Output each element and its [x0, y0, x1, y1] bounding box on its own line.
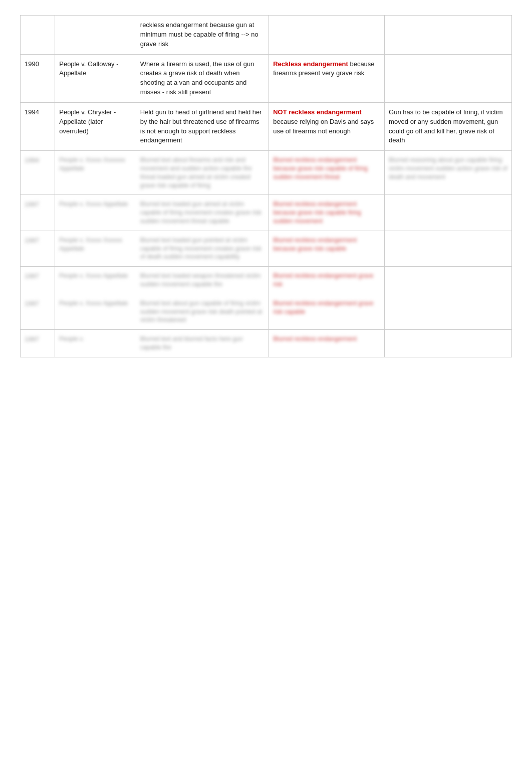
- facts-cell-4: Blurred text loaded gun aimed at victim …: [136, 195, 269, 231]
- holding-cell-0: [269, 16, 385, 55]
- reasoning-cell-4: [385, 195, 512, 231]
- case-cell-6: People v. Xxxxx Appellate: [55, 267, 136, 294]
- year-cell-0: [21, 16, 55, 55]
- case-cell-5: People v. Xxxxx Xxxxxx Appellate: [55, 231, 136, 266]
- table-row-6: 1997 People v. Xxxxx Appellate Blurred t…: [21, 267, 512, 294]
- reasoning-cell-3: Blurred reasoning about gun capable firi…: [385, 151, 512, 195]
- reasoning-cell-1: [385, 54, 512, 102]
- facts-cell-6: Blurred text loaded weapon threatened vi…: [136, 267, 269, 294]
- case-cell-7: People v. Xxxxx Appellate: [55, 294, 136, 329]
- holding-cell-3: Blurred reckless endangerment because gr…: [269, 151, 385, 195]
- holding-cell-2: NOT reckless endangerment because relyin…: [269, 102, 385, 150]
- year-cell-5: 1997: [21, 231, 55, 266]
- facts-cell-8: Blurred text and blurred facts here gun …: [136, 330, 269, 357]
- holding-cell-5: Blurred reckless endangerment because gr…: [269, 231, 385, 266]
- year-cell-3: 1994: [21, 151, 55, 195]
- reasoning-cell-5: [385, 231, 512, 266]
- holding-cell-1: Reckless endangerment because firearms p…: [269, 54, 385, 102]
- year-cell-6: 1997: [21, 267, 55, 294]
- table-row-7: 1997 People v. Xxxxx Appellate Blurred t…: [21, 294, 512, 329]
- table-row-1: 1990 People v. Galloway - Appellate Wher…: [21, 54, 512, 102]
- year-cell-1: 1990: [21, 54, 55, 102]
- reasoning-cell-2: Gun has to be capable of firing, if vict…: [385, 102, 512, 150]
- case-cell-0: [55, 16, 136, 55]
- facts-cell-2: Held gun to head of girlfriend and held …: [136, 102, 269, 150]
- case-cell-4: People v. Xxxxx Appellate: [55, 195, 136, 231]
- holding-cell-6: Blurred reckless endangerment grave risk: [269, 267, 385, 294]
- holding-cell-7: Blurred reckless endangerment grave risk…: [269, 294, 385, 329]
- table-row-8: 1997 People v. Blurred text and blurred …: [21, 330, 512, 357]
- case-cell-8: People v.: [55, 330, 136, 357]
- year-cell-2: 1994: [21, 102, 55, 150]
- table-row-3: 1994 People v. Xxxxx Xxxxxxx Appellate B…: [21, 151, 512, 195]
- holding-red-text-1: Reckless endangerment: [273, 60, 348, 68]
- case-cell-1: People v. Galloway - Appellate: [55, 54, 136, 102]
- reasoning-cell-8: [385, 330, 512, 357]
- facts-cell-3: Blurred text about firearms and risk and…: [136, 151, 269, 195]
- holding-red-text-2: NOT reckless endangerment: [273, 108, 361, 116]
- table-row-4: 1997 People v. Xxxxx Appellate Blurred t…: [21, 195, 512, 231]
- year-cell-4: 1997: [21, 195, 55, 231]
- case-cell-2: People v. Chrysler - Appellate (later ov…: [55, 102, 136, 150]
- case-cell-3: People v. Xxxxx Xxxxxxx Appellate: [55, 151, 136, 195]
- facts-cell-1: Where a firearm is used, the use of gun …: [136, 54, 269, 102]
- year-cell-7: 1997: [21, 294, 55, 329]
- facts-cell-0: reckless endangerment because gun at min…: [136, 16, 269, 55]
- facts-cell-7: Blurred text about gun capable of firing…: [136, 294, 269, 329]
- table-row-2: 1994 People v. Chrysler - Appellate (lat…: [21, 102, 512, 150]
- table-row-0: reckless endangerment because gun at min…: [21, 16, 512, 55]
- holding-cell-8: Blurred reckless endangerment: [269, 330, 385, 357]
- reasoning-cell-6: [385, 267, 512, 294]
- reasoning-cell-7: [385, 294, 512, 329]
- holding-cell-4: Blurred reckless endangerment because gr…: [269, 195, 385, 231]
- reasoning-cell-0: [385, 16, 512, 55]
- facts-cell-5: Blurred text loaded gun pointed at victi…: [136, 231, 269, 266]
- year-cell-8: 1997: [21, 330, 55, 357]
- table-row-5: 1997 People v. Xxxxx Xxxxxx Appellate Bl…: [21, 231, 512, 266]
